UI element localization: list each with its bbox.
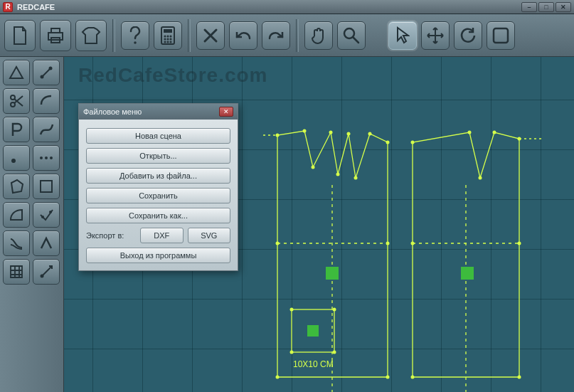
new-scene-button[interactable]: Новая сцена	[86, 128, 230, 144]
app-logo: R	[3, 2, 13, 12]
svg-point-14	[170, 41, 172, 43]
svg-point-19	[11, 159, 16, 163]
tool-line-cross[interactable]	[33, 60, 60, 85]
svg-point-57	[290, 351, 294, 354]
tool-snap[interactable]	[33, 202, 60, 228]
delete-button[interactable]	[196, 21, 225, 50]
minimize-button[interactable]: –	[521, 2, 537, 12]
svg-point-36	[347, 132, 351, 136]
tool-arc[interactable]	[33, 88, 60, 114]
svg-point-46	[411, 141, 415, 144]
zoom-button[interactable]	[337, 21, 366, 50]
save-as-button[interactable]: Сохранить как...	[86, 208, 230, 223]
snap-icon	[38, 207, 54, 223]
triangle-icon	[9, 65, 24, 80]
tool-angle[interactable]	[33, 231, 60, 256]
svg-point-24	[50, 157, 53, 159]
svg-point-11	[170, 38, 172, 40]
cursor-icon	[395, 26, 410, 45]
svg-point-42	[276, 242, 280, 245]
svg-point-8	[170, 35, 172, 37]
mirror-button[interactable]	[487, 21, 515, 50]
rectangle-icon	[38, 179, 54, 194]
maximize-button[interactable]: □	[538, 2, 554, 12]
curve-icon	[38, 122, 54, 137]
svg-point-50	[479, 176, 482, 180]
rotate-icon	[459, 26, 477, 45]
svg-rect-25	[41, 181, 52, 192]
cursor-button[interactable]	[388, 21, 417, 50]
polygon-outline-icon	[9, 179, 24, 194]
svg-point-23	[45, 157, 48, 159]
undo-button[interactable]	[229, 21, 257, 50]
calculator-icon	[160, 26, 176, 45]
svg-rect-16	[494, 28, 508, 43]
new-page-button[interactable]	[4, 20, 36, 51]
watermark-text: RedCafeStore.com	[78, 64, 268, 87]
line-cross-icon	[38, 65, 54, 80]
svg-point-43	[386, 242, 390, 245]
help-button[interactable]	[121, 21, 149, 50]
angle-icon	[38, 235, 54, 251]
save-button[interactable]: Сохранить	[86, 188, 230, 203]
svg-point-58	[333, 351, 336, 354]
tool-grid[interactable]	[3, 259, 30, 285]
svg-point-37	[368, 132, 372, 136]
svg-point-13	[167, 41, 169, 43]
print-button[interactable]	[40, 20, 71, 51]
move-button[interactable]	[421, 21, 450, 50]
svg-rect-32	[307, 325, 319, 337]
dialog-body: Новая сцена Открыть... Добавить из файла…	[79, 120, 238, 270]
svg-rect-30	[461, 267, 474, 280]
main-toolbar	[0, 14, 574, 57]
redo-button[interactable]	[262, 21, 290, 50]
print-icon	[46, 27, 65, 44]
export-svg-button[interactable]: SVG	[188, 228, 231, 243]
tool-points[interactable]	[33, 145, 60, 171]
curve-down-icon	[9, 236, 24, 250]
garment-button[interactable]	[75, 20, 107, 51]
open-button[interactable]: Открыть...	[86, 148, 230, 164]
tool-curve-down[interactable]	[3, 231, 30, 256]
svg-point-47	[468, 131, 472, 134]
toolbar-sep-1	[112, 19, 115, 52]
exit-button[interactable]: Выход из программы	[86, 248, 230, 263]
dialog-close-button[interactable]: ✕	[219, 107, 233, 117]
toolbar-sep-3	[296, 19, 299, 52]
svg-rect-29	[326, 267, 339, 280]
pan-button[interactable]	[304, 21, 333, 50]
mirror-icon	[491, 26, 510, 45]
left-col-1	[3, 60, 30, 389]
dialog-titlebar[interactable]: Файловое меню ✕	[79, 104, 238, 120]
export-row: Экспорт в: DXF SVG	[86, 228, 230, 243]
svg-point-52	[518, 242, 521, 245]
add-from-file-button[interactable]: Добавить из файла...	[86, 168, 230, 184]
svg-point-35	[329, 131, 333, 134]
svg-point-39	[312, 166, 315, 169]
tool-point-diag[interactable]	[33, 259, 60, 285]
svg-point-10	[167, 38, 169, 40]
calculator-button[interactable]	[154, 21, 182, 50]
export-dxf-button[interactable]: DXF	[140, 228, 184, 243]
rotate-button[interactable]	[454, 21, 482, 50]
svg-point-56	[333, 308, 336, 312]
export-label: Экспорт в:	[86, 231, 136, 240]
svg-point-40	[336, 173, 340, 176]
tool-scissors[interactable]	[3, 88, 30, 114]
tool-letter-p[interactable]	[3, 117, 30, 142]
app-title: REDCAFE	[17, 3, 55, 11]
svg-point-9	[164, 38, 166, 40]
tool-rect[interactable]	[33, 174, 60, 199]
tool-triangle[interactable]	[3, 60, 30, 85]
arc-icon	[38, 93, 54, 109]
left-toolbar	[0, 57, 64, 392]
tool-polygon[interactable]	[3, 174, 30, 199]
tool-point[interactable]	[3, 145, 30, 171]
x-icon	[202, 27, 219, 44]
close-button[interactable]: ✕	[556, 2, 571, 12]
tool-curve[interactable]	[33, 117, 60, 142]
svg-point-41	[354, 176, 358, 180]
pattern-drawing	[263, 107, 562, 392]
tool-arc-shape[interactable]	[3, 202, 30, 228]
question-icon	[129, 26, 142, 45]
